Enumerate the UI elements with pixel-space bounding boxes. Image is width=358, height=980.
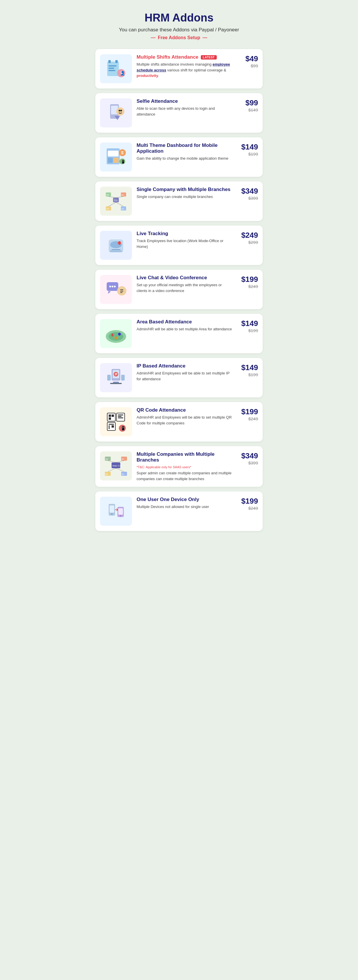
addon-title-row-qr-attendance: QR Code Attendance: [137, 407, 233, 413]
addon-tnc-multiple-companies: *T&C: Applicable only for SAAS users*: [137, 465, 191, 469]
addon-price-original-selfie-attendance: $149: [238, 107, 258, 112]
addon-content-live-chat: Live Chat & Video ConferenceSet up your …: [137, 275, 233, 293]
svg-text:B3: B3: [105, 473, 108, 475]
addon-desc-single-company-branches: Single company can create multiple branc…: [137, 194, 233, 200]
svg-rect-63: [107, 375, 111, 380]
addon-price-current-ip-attendance: $149: [238, 363, 258, 372]
addon-content-multiple-shifts: Multiple Shifts AttendanceLATESTMultiple…: [137, 54, 233, 79]
svg-rect-94: [110, 505, 114, 513]
svg-line-35: [109, 197, 116, 198]
addon-title-one-device: One User One Device Only: [137, 497, 199, 503]
addon-card-single-company-branches: Co. B4 B1 B3 B2 Single Company with Mult…: [95, 181, 263, 221]
addon-card-multiple-companies: Main Co. B4 B1 B3 B2 Multiple Companies …: [95, 446, 263, 487]
addon-title-row-multiple-companies: Multiple Companies with Multiple Branche…: [137, 452, 233, 469]
addon-price-live-chat: $199$249: [238, 275, 258, 289]
addon-image-ip-attendance: IP: [100, 363, 132, 392]
svg-text:B1: B1: [121, 194, 125, 196]
addon-desc-multiple-shifts: Multiple shifts attendance involves mana…: [137, 62, 233, 79]
svg-line-90: [116, 461, 124, 463]
addon-content-multiple-companies: Multiple Companies with Multiple Branche…: [137, 452, 233, 482]
addon-card-one-device: One User One Device OnlyMultiple Devices…: [95, 492, 263, 531]
addon-price-current-selfie-attendance: $99: [238, 99, 258, 107]
addon-price-original-ip-attendance: $199: [238, 372, 258, 377]
addon-price-original-single-company-branches: $399: [238, 196, 258, 200]
svg-rect-16: [108, 151, 118, 156]
svg-line-91: [108, 468, 116, 472]
addon-content-area-attendance: Area Based AttendanceAdmin/HR will be ab…: [137, 319, 233, 332]
svg-rect-60: [110, 383, 122, 384]
svg-text:B2: B2: [122, 473, 125, 475]
svg-line-37: [109, 202, 116, 207]
addon-card-qr-attendance: 📱 QR Code AttendanceAdmin/HR and Employe…: [95, 402, 263, 442]
addon-title-multiple-shifts: Multiple Shifts Attendance: [137, 54, 198, 60]
svg-text:📱: 📱: [121, 159, 125, 164]
svg-rect-65: [107, 413, 115, 421]
svg-point-47: [114, 286, 116, 287]
svg-point-95: [111, 514, 112, 515]
svg-rect-76: [112, 425, 114, 428]
addon-card-multi-theme: 📱 Multi Theme Dashboard for Mobile Appli…: [95, 137, 263, 177]
addon-price-current-single-company-branches: $349: [238, 187, 258, 196]
svg-rect-2: [115, 60, 118, 63]
addon-title-row-multi-theme: Multi Theme Dashboard for Mobile Applica…: [137, 143, 233, 154]
addon-desc-live-tracking: Track Employees live location (Work Mode…: [137, 238, 233, 249]
addon-price-current-multiple-companies: $349: [238, 452, 258, 460]
addon-desc-multiple-companies: Super admin can create multiple companie…: [137, 470, 233, 482]
svg-text:B3: B3: [106, 208, 109, 210]
addon-price-current-multi-theme: $149: [238, 143, 258, 151]
page-header: HRM Addons You can purchase these Addons…: [95, 12, 263, 40]
addon-image-one-device: [100, 497, 132, 526]
addon-card-selfie-attendance: Selfie AttendanceAble to scan face with …: [95, 93, 263, 133]
svg-rect-1: [109, 60, 111, 63]
addon-title-row-single-company-branches: Single Company with Multiple Branches: [137, 187, 233, 192]
addon-price-area-attendance: $149$199: [238, 319, 258, 333]
addon-price-one-device: $199$249: [238, 497, 258, 511]
addon-title-row-one-device: One User One Device Only: [137, 497, 233, 503]
addon-price-current-multiple-shifts: $49: [238, 54, 258, 63]
svg-rect-75: [109, 425, 110, 429]
addon-desc-one-device: Multiple Devices not allowed for single …: [137, 504, 233, 510]
addon-desc-selfie-attendance: Able to scan face with any devices to lo…: [137, 106, 233, 117]
addon-price-current-live-tracking: $249: [238, 231, 258, 240]
svg-line-38: [116, 202, 123, 207]
addon-price-original-multi-theme: $199: [238, 151, 258, 156]
addon-title-multiple-companies: Multiple Companies with Multiple Branche…: [137, 452, 233, 463]
addon-image-single-company-branches: Co. B4 B1 B3 B2: [100, 187, 132, 216]
addon-card-multiple-shifts: 👤 Multiple Shifts AttendanceLATESTMultip…: [95, 49, 263, 89]
svg-rect-21: [121, 153, 123, 153]
addon-title-single-company-branches: Single Company with Multiple Branches: [137, 187, 230, 192]
addon-price-original-area-attendance: $199: [238, 328, 258, 333]
addon-price-original-live-chat: $249: [238, 284, 258, 289]
addon-price-original-one-device: $249: [238, 506, 258, 511]
addon-price-original-multiple-shifts: $99: [238, 63, 258, 68]
addon-price-multi-theme: $149$199: [238, 143, 258, 156]
addon-content-live-tracking: Live TrackingTrack Employees live locati…: [137, 231, 233, 249]
addon-price-current-qr-attendance: $199: [238, 407, 258, 416]
addon-list: 👤 Multiple Shifts AttendanceLATESTMultip…: [95, 49, 263, 531]
addon-price-qr-attendance: $199$249: [238, 407, 258, 421]
svg-rect-5: [109, 70, 115, 71]
svg-rect-20: [121, 151, 123, 152]
addon-content-qr-attendance: QR Code AttendanceAdmin/HR and Employees…: [137, 407, 233, 426]
svg-rect-22: [121, 154, 123, 154]
free-setup-label: Free Addons Setup: [95, 35, 263, 40]
addon-card-area-attendance: Area Based AttendanceAdmin/HR will be ab…: [95, 314, 263, 353]
svg-line-36: [116, 197, 123, 198]
svg-point-14: [120, 110, 122, 111]
svg-rect-67: [112, 415, 114, 417]
svg-rect-69: [117, 413, 125, 421]
addon-title-area-attendance: Area Based Attendance: [137, 319, 192, 325]
svg-point-13: [118, 110, 120, 111]
addon-desc-area-attendance: Admin/HR will be able to set multiple Ar…: [137, 326, 233, 332]
addon-image-live-tracking: [100, 231, 132, 260]
svg-line-92: [116, 468, 124, 472]
svg-rect-4: [109, 68, 114, 69]
page-title: HRM Addons: [95, 12, 263, 24]
svg-rect-74: [109, 424, 114, 425]
svg-text:B4: B4: [105, 458, 108, 460]
addon-title-row-area-attendance: Area Based Attendance: [137, 319, 233, 325]
addon-title-row-ip-attendance: IP Based Attendance: [137, 363, 233, 369]
addon-price-current-one-device: $199: [238, 497, 258, 506]
addon-price-original-multiple-companies: $399: [238, 460, 258, 465]
addon-card-live-chat: Live Chat & Video ConferenceSet up your …: [95, 270, 263, 309]
